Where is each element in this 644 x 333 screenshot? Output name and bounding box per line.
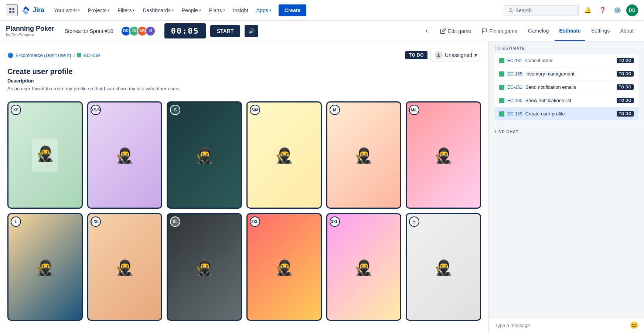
card-coffee[interactable]: ☕ 🥷 [406, 213, 481, 321]
search-input[interactable] [515, 7, 575, 13]
card-ml[interactable]: M/L 🥷 [406, 101, 481, 209]
issue-name: Cancel order [525, 58, 614, 63]
nav-people[interactable]: People ▾ [178, 5, 205, 16]
nav-dashboards[interactable]: Dashboards ▾ [139, 5, 177, 16]
issue-icon [499, 111, 504, 117]
flag-icon [481, 28, 487, 34]
chevron-down-icon: ▾ [78, 8, 80, 12]
nav-your-work[interactable]: Your work ▾ [50, 5, 84, 16]
chevron-down-icon: ▾ [133, 8, 134, 12]
nav-insight[interactable]: Insight [229, 5, 252, 16]
svg-text:🥷: 🥷 [275, 147, 293, 164]
card-xl[interactable]: XL 🥷 [167, 213, 242, 321]
settings-button[interactable]: ⚙️ [611, 4, 623, 16]
estimate-item-ec159[interactable]: EC-159 Create user profile TO DO [495, 107, 638, 120]
card-2xl[interactable]: 2XL 🥷 [246, 213, 322, 321]
timer-display: 00:05 [164, 23, 206, 38]
issue-icon [499, 98, 504, 103]
issue-name: Send notification emails [525, 84, 614, 90]
svg-text:🥷: 🥷 [434, 259, 453, 276]
nav-links: Your work ▾ Projects ▾ Filters ▾ Dashboa… [50, 4, 306, 16]
chevron-down-icon: ▾ [474, 52, 477, 58]
issue-icon [499, 71, 504, 77]
todo-badge: TO DO [617, 111, 634, 117]
svg-rect-1 [13, 8, 14, 10]
chevron-down-icon: ▾ [199, 8, 201, 12]
svg-text:🥷: 🥷 [434, 147, 453, 164]
status-badge: TO DO [405, 51, 427, 59]
card-lxl[interactable]: L/XL 🥷 [87, 213, 163, 321]
card-label-xss: XS/S [91, 105, 101, 115]
cards-grid: XS 🥷 XS/S 🥷 S 🥷 S/M � [7, 101, 481, 329]
edit-game-button[interactable]: Edit game [436, 26, 476, 36]
card-xs[interactable]: XS 🥷 [7, 101, 83, 209]
card-xss[interactable]: XS/S 🥷 [87, 101, 163, 209]
to-estimate-section: TO ESTIMATE EC-181 Cancel order TO DO EC… [489, 41, 644, 125]
card-label-s: S [170, 105, 180, 115]
nav-apps[interactable]: Apps ▾ [253, 5, 275, 16]
breadcrumb-issue[interactable]: EC-159 [84, 53, 100, 58]
svg-text:🥷: 🥷 [115, 259, 134, 276]
estimate-item-ec165[interactable]: EC-165 Inventory management TO DO [495, 67, 638, 81]
jira-logo[interactable]: Jira [21, 5, 44, 16]
svg-rect-2 [9, 11, 11, 13]
estimate-item-ec161[interactable]: EC-161 Send notification emails TO DO [495, 81, 638, 94]
estimate-item-ec160[interactable]: EC-160 Show notifications list TO DO [495, 94, 638, 107]
poker-nav-actions: Edit game Finish game Gamelog Estimate S… [419, 21, 638, 41]
nav-projects[interactable]: Projects ▾ [84, 5, 113, 16]
create-button[interactable]: Create [279, 4, 307, 16]
avatar[interactable]: DD [626, 4, 638, 16]
finish-game-button[interactable]: Finish game [477, 26, 522, 36]
card-l[interactable]: L 🥷 [7, 213, 83, 321]
to-estimate-label: TO ESTIMATE [495, 46, 638, 50]
story-title: Create user profile [7, 67, 481, 76]
chat-input[interactable] [495, 323, 627, 328]
issue-id: EC-165 [507, 71, 522, 77]
todo-badge: TO DO [617, 58, 634, 63]
project-icon: 🔵 [7, 53, 13, 58]
top-navigation: Jira Your work ▾ Projects ▾ Filters ▾ Da… [0, 0, 644, 21]
breadcrumb: 🔵 E-commerce (Don't use it) / EC-159 [7, 53, 100, 58]
edit-icon [440, 28, 446, 34]
assignee-selector[interactable]: Unassigned ▾ [430, 49, 481, 61]
issue-icon [499, 85, 504, 90]
card-m[interactable]: M 🥷 [326, 101, 402, 209]
estimate-item-ec181[interactable]: EC-181 Cancel order TO DO [495, 54, 638, 67]
tab-estimate[interactable]: Estimate [555, 21, 585, 41]
story-header: 🔵 E-commerce (Don't use it) / EC-159 TO … [7, 49, 481, 61]
start-button[interactable]: START [210, 25, 241, 37]
back-button[interactable] [419, 26, 434, 36]
notifications-button[interactable]: 🔔 [582, 4, 594, 16]
estimate-list: EC-181 Cancel order TO DO EC-165 Invento… [495, 54, 638, 120]
chevron-down-icon: ▾ [172, 8, 174, 12]
svg-text:🥷: 🥷 [115, 147, 134, 164]
issue-name: Create user profile [525, 111, 614, 117]
emoji-button[interactable]: 😊 [630, 321, 638, 329]
grid-menu-button[interactable] [6, 4, 18, 16]
todo-badge: TO DO [617, 71, 634, 77]
card-label-lxl: L/XL [91, 216, 101, 227]
card-s[interactable]: S 🥷 [167, 101, 242, 209]
svg-rect-0 [9, 8, 11, 10]
breadcrumb-project[interactable]: E-commerce (Don't use it) [16, 53, 71, 58]
sound-button[interactable]: 🔊 [245, 25, 258, 37]
svg-text:🥷: 🥷 [354, 259, 373, 276]
issue-name: Inventory management [525, 71, 614, 77]
help-button[interactable]: ❓ [597, 4, 609, 16]
issue-name: Show notifications list [525, 98, 614, 103]
nav-filters[interactable]: Filters ▾ [114, 5, 138, 16]
card-label-3xl: 3XL [330, 216, 340, 227]
svg-text:🥷: 🥷 [36, 259, 54, 276]
card-3xl[interactable]: 3XL 🥷 [326, 213, 402, 321]
tab-settings[interactable]: Settings [587, 21, 614, 41]
search-bar[interactable] [504, 5, 579, 16]
svg-text:🥷: 🥷 [195, 147, 214, 164]
card-sm[interactable]: S/M 🥷 [246, 101, 322, 209]
arrow-left-icon [424, 28, 430, 34]
tab-gamelog[interactable]: Gamelog [524, 21, 553, 41]
nav-plans[interactable]: Plans ▾ [205, 5, 229, 16]
story-description: As an user I want to create my profile s… [7, 85, 481, 92]
todo-badge: TO DO [617, 98, 634, 103]
issue-id: EC-160 [507, 98, 522, 103]
tab-about[interactable]: About [616, 21, 638, 41]
